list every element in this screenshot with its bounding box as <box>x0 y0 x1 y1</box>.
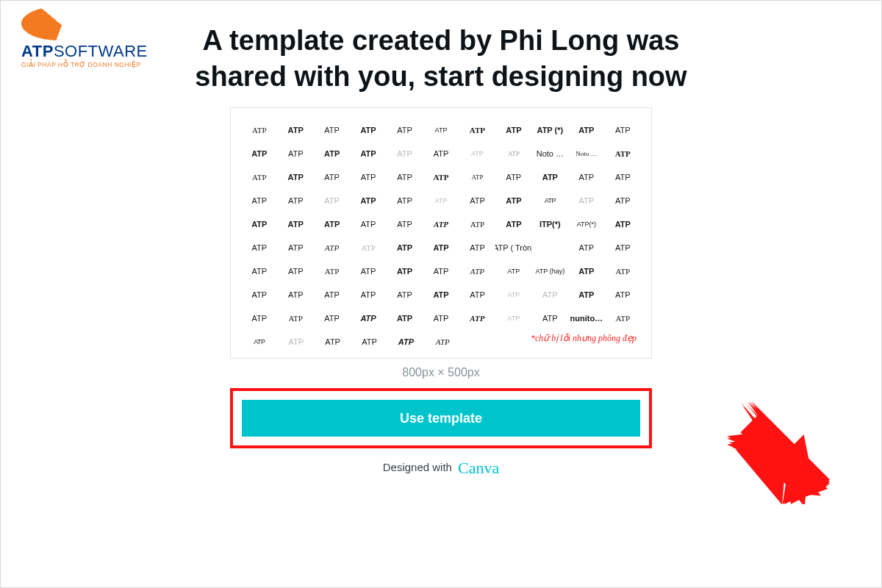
font-sample-cell: ATP <box>278 330 315 354</box>
callout-arrow-icon <box>727 401 830 504</box>
font-sample-cell: ITP(*) <box>532 212 568 236</box>
font-sample-cell: ATP <box>605 212 641 236</box>
font-sample-cell: ATP <box>314 236 350 259</box>
use-template-button[interactable]: Use template <box>242 400 640 437</box>
font-sample-cell: ATP <box>241 259 277 283</box>
font-sample-cell: ATP <box>241 283 277 306</box>
font-sample-cell: ATP <box>423 142 459 165</box>
preview-footnote: *chữ bị lỗi nhưng phông đẹp <box>461 330 641 345</box>
font-sample-cell: ATP <box>423 236 459 259</box>
brand-logo: ATPSOFTWARE GIẢI PHÁP HỖ TRỢ DOANH NGHIỆ… <box>21 7 154 68</box>
font-sample-row: ATPATPATPATPATPATPATPATPATPATPATP <box>241 283 641 306</box>
font-sample-cell: ATP <box>459 189 495 212</box>
font-sample-cell: ATP <box>424 330 461 354</box>
font-sample-cell: ATP <box>241 330 278 354</box>
font-sample-row: ATPATPATPATPATPATPATPATP ( Tròn)ATPATP <box>241 236 641 259</box>
logo-swoosh-icon <box>21 7 95 40</box>
font-sample-row: ATPATPATPATPATPATPATPATPITP(*)ATP(*)ATP <box>241 212 641 236</box>
font-sample-cell: ATP <box>495 306 531 330</box>
font-sample-cell: ATP ( Tròn) <box>495 236 531 259</box>
logo-brand-secondary: SOFTWARE <box>54 42 148 60</box>
font-sample-cell: ATP <box>314 142 350 165</box>
font-sample-cell: ATP <box>387 330 424 354</box>
font-sample-row: ATPATPATPATPATPATPATPATPATPATPATP <box>241 165 641 189</box>
font-sample-cell: ATP <box>277 118 313 142</box>
template-dimensions: 800px × 500px <box>1 366 881 379</box>
font-sample-cell: ATP <box>568 165 604 189</box>
font-sample-cell: ATP <box>387 306 423 330</box>
font-sample-cell: ATP <box>459 283 495 306</box>
font-sample-cell: ATP <box>605 189 641 212</box>
font-sample-row: ATPATPATPATPATPATPATPATPATPnunito…ATP <box>241 306 641 330</box>
font-sample-cell: ATP <box>568 118 604 142</box>
font-sample-cell: Noto … <box>532 142 568 165</box>
font-sample-cell: ATP <box>277 189 313 212</box>
font-sample-cell: ATP <box>241 118 277 142</box>
font-sample-cell: ATP <box>277 306 313 330</box>
font-sample-cell: ATP <box>387 283 423 306</box>
font-sample-cell: ATP <box>605 118 641 142</box>
font-sample-cell: ATP <box>314 118 350 142</box>
font-sample-cell: ATP <box>277 259 313 283</box>
font-sample-cell: ATP <box>495 165 531 189</box>
font-sample-cell: ATP <box>495 189 531 212</box>
font-sample-cell: ATP <box>277 212 313 236</box>
font-sample-cell: ATP <box>423 189 459 212</box>
designed-with-prefix: Designed with <box>383 461 452 473</box>
font-sample-cell: ATP <box>387 189 423 212</box>
font-sample-cell: ATP <box>459 142 495 165</box>
font-sample-cell: ATP <box>495 259 531 283</box>
template-preview: ATPATPATPATPATPATPATPATPATP (*)ATPATPATP… <box>230 107 652 359</box>
font-sample-cell: ATP <box>314 283 350 306</box>
font-sample-cell: ATP <box>351 330 388 354</box>
font-sample-cell: ATP <box>605 236 641 259</box>
font-sample-cell <box>532 236 568 259</box>
font-sample-cell: ATP <box>387 142 423 165</box>
font-sample-cell: ATP <box>350 118 386 142</box>
font-sample-cell: ATP <box>241 306 277 330</box>
font-sample-cell: ATP <box>495 142 531 165</box>
logo-brand-primary: ATP <box>21 42 54 60</box>
font-sample-cell: ATP <box>532 306 568 330</box>
font-sample-cell: ATP <box>459 259 495 283</box>
font-sample-cell: ATP <box>459 118 495 142</box>
font-sample-cell: ATP <box>423 259 459 283</box>
font-sample-cell: ATP <box>459 212 495 236</box>
font-sample-cell: ATP <box>277 142 313 165</box>
font-sample-last-row: ATPATPATPATPATPATP <box>241 330 461 354</box>
font-sample-cell: ATP <box>241 236 277 259</box>
page-heading: A template created by Phi Long was share… <box>162 23 720 94</box>
font-sample-cell: ATP <box>423 165 459 189</box>
font-sample-cell: ATP <box>315 330 351 354</box>
font-sample-cell: ATP <box>568 189 604 212</box>
font-sample-cell: nunito… <box>568 306 604 330</box>
font-sample-row: ATPATPATPATPATPATPATPATPNoto …Noto …ATP <box>241 142 641 165</box>
font-sample-cell: ATP <box>387 259 423 283</box>
font-sample-cell: ATP (hay) <box>532 259 568 283</box>
font-sample-cell: ATP <box>350 236 386 259</box>
font-sample-cell: ATP <box>568 283 604 306</box>
font-sample-cell: ATP <box>605 283 641 306</box>
cta-highlight-box: Use template <box>230 388 652 448</box>
font-sample-cell: Noto … <box>568 142 604 165</box>
font-sample-cell: ATP <box>241 165 277 189</box>
font-sample-cell: ATP <box>568 259 604 283</box>
font-sample-cell: ATP <box>495 283 531 306</box>
font-sample-cell: ATP(*) <box>568 212 604 236</box>
font-sample-cell: ATP <box>350 259 386 283</box>
font-sample-cell: ATP <box>532 165 568 189</box>
font-sample-cell: ATP <box>423 212 459 236</box>
font-sample-cell: ATP <box>350 212 386 236</box>
font-sample-row: ATPATPATPATPATPATPATPATPATP (hay)ATPATP <box>241 259 641 283</box>
font-sample-cell: ATP <box>605 259 641 283</box>
font-sample-cell: ATP <box>532 283 568 306</box>
font-sample-cell: ATP <box>459 236 495 259</box>
font-sample-cell: ATP <box>387 165 423 189</box>
font-sample-cell: ATP <box>277 283 313 306</box>
font-sample-cell: ATP <box>532 189 568 212</box>
font-sample-cell: ATP <box>350 165 386 189</box>
font-sample-cell: ATP <box>350 306 386 330</box>
font-sample-cell: ATP <box>350 189 386 212</box>
font-sample-cell: ATP <box>495 118 531 142</box>
font-sample-cell: ATP <box>605 142 641 165</box>
